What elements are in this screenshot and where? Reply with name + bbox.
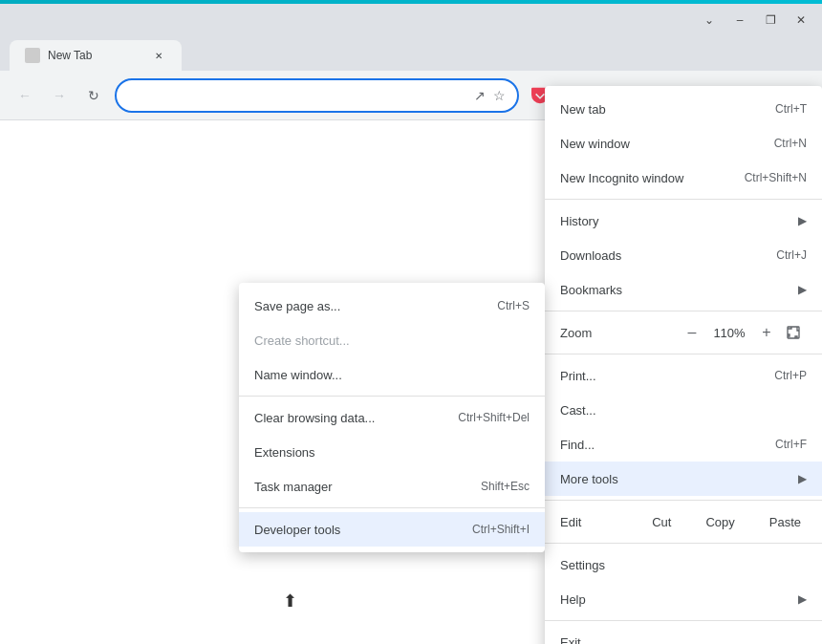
restore-button[interactable]: ❐: [757, 7, 784, 33]
menu-item-new-tab[interactable]: New tab Ctrl+T: [545, 92, 822, 126]
forward-button: →: [46, 82, 73, 109]
tab-bar: New Tab ✕: [0, 36, 822, 71]
tab-label: New Tab: [48, 49, 92, 62]
menu-item-help[interactable]: Help ▶: [545, 582, 822, 616]
menu-item-downloads[interactable]: Downloads Ctrl+J: [545, 238, 822, 272]
zoom-row: Zoom – 110% +: [545, 315, 822, 350]
menu-separator-2: [545, 311, 822, 311]
menu-item-settings[interactable]: Settings: [545, 547, 822, 582]
zoom-value: 110%: [705, 326, 753, 340]
menu-item-find[interactable]: Find... Ctrl+F: [545, 427, 822, 462]
menu-separator-5: [545, 543, 822, 544]
menu-item-new-incognito[interactable]: New Incognito window Ctrl+Shift+N: [545, 161, 822, 195]
edit-row: Edit Cut Copy Paste: [545, 504, 822, 539]
submenu-extensions[interactable]: Extensions: [239, 435, 545, 469]
menu-item-bookmarks[interactable]: Bookmarks ▶: [545, 272, 822, 307]
submenu-separator-1: [239, 396, 545, 397]
zoom-in-button[interactable]: +: [753, 319, 780, 346]
copy-button[interactable]: Copy: [690, 508, 749, 535]
menu-separator-1: [545, 199, 822, 200]
submenu-separator-2: [239, 507, 545, 508]
zoom-out-button[interactable]: –: [679, 319, 705, 346]
menu-separator-6: [545, 620, 822, 621]
menu-item-new-window[interactable]: New window Ctrl+N: [545, 126, 822, 161]
tab-close-button[interactable]: ✕: [151, 48, 166, 63]
close-button[interactable]: ✕: [788, 7, 814, 33]
submenu-name-window[interactable]: Name window...: [239, 357, 545, 392]
submenu-save-page[interactable]: Save page as... Ctrl+S: [239, 289, 545, 323]
zoom-fullscreen-button[interactable]: [780, 319, 807, 346]
reload-button[interactable]: ↻: [80, 82, 107, 109]
menu-separator-4: [545, 500, 822, 501]
back-button: ←: [11, 82, 38, 109]
active-tab[interactable]: New Tab ✕: [10, 40, 182, 71]
menu-item-more-tools[interactable]: More tools ▶: [545, 462, 822, 496]
menu-item-print[interactable]: Print... Ctrl+P: [545, 358, 822, 393]
menu-separator-3: [545, 354, 822, 354]
menu-item-history[interactable]: History ▶: [545, 204, 822, 238]
title-bar: ⌄ – ❐ ✕: [0, 4, 822, 36]
zoom-controls: – 110% +: [679, 319, 780, 346]
submenu-developer-tools[interactable]: Developer tools Ctrl+Shift+I: [239, 512, 545, 547]
bookmark-icon[interactable]: ☆: [493, 88, 506, 103]
menu-item-exit[interactable]: Exit: [545, 625, 822, 644]
minimize-button2[interactable]: –: [726, 7, 753, 33]
main-dropdown-menu: New tab Ctrl+T New window Ctrl+N New Inc…: [545, 86, 822, 644]
menu-item-cast[interactable]: Cast...: [545, 393, 822, 427]
share-icon[interactable]: ↗: [474, 88, 486, 103]
more-tools-submenu: Save page as... Ctrl+S Create shortcut..…: [239, 283, 545, 552]
paste-button[interactable]: Paste: [754, 508, 816, 535]
cut-button[interactable]: Cut: [637, 508, 686, 535]
minimize-button[interactable]: ⌄: [696, 7, 723, 33]
address-bar[interactable]: ↗ ☆: [115, 78, 519, 113]
submenu-create-shortcut: Create shortcut...: [239, 323, 545, 357]
submenu-clear-browsing[interactable]: Clear browsing data... Ctrl+Shift+Del: [239, 400, 545, 435]
submenu-task-manager[interactable]: Task manager Shift+Esc: [239, 469, 545, 504]
tab-favicon: [25, 48, 40, 63]
